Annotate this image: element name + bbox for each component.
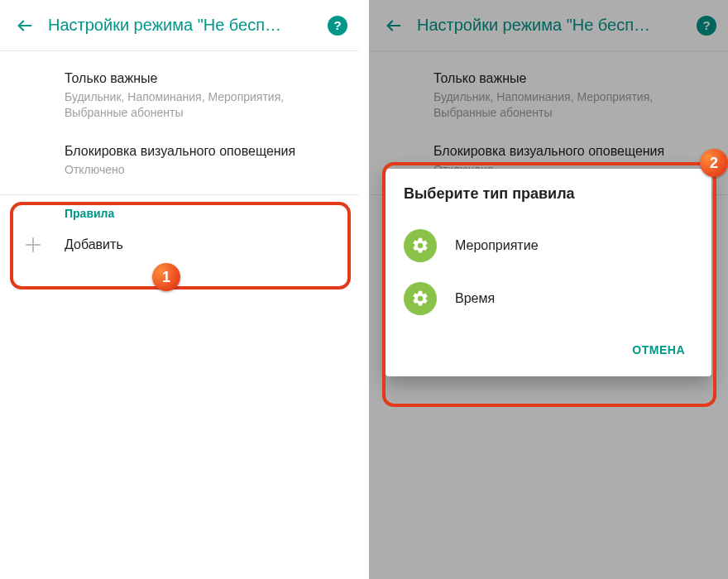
rule-type-dialog: Выберите тип правила Мероприятие Время О… — [386, 169, 711, 376]
appbar-title: Настройки режима "Не бесп… — [48, 16, 321, 35]
dialog-item-label: Время — [455, 291, 495, 306]
add-rule-label: Добавить — [65, 237, 123, 252]
dialog-actions: ОТМЕНА — [404, 325, 693, 370]
annotation-badge-1: 1 — [152, 263, 180, 291]
dialog-item-label: Мероприятие — [455, 238, 539, 253]
dialog-item-event[interactable]: Мероприятие — [404, 219, 693, 272]
row-block-visual[interactable]: Блокировка визуального оповещения Отключ… — [0, 132, 359, 189]
back-button[interactable] — [8, 9, 41, 42]
row-priority-only[interactable]: Только важные Будильник, Напоминания, Ме… — [0, 60, 359, 132]
gear-icon — [404, 229, 437, 262]
help-button[interactable]: ? — [328, 16, 347, 36]
add-rule-row[interactable]: Добавить — [0, 225, 359, 265]
section-rules-label: Правила — [0, 195, 359, 225]
gear-icon — [404, 282, 437, 315]
screen-dialog: Настройки режима "Не бесп… ? Только важн… — [369, 0, 728, 579]
row-title: Блокировка визуального оповещения — [65, 144, 342, 159]
settings-content: Только важные Будильник, Напоминания, Ме… — [0, 51, 359, 265]
dialog-title: Выберите тип правила — [404, 185, 693, 203]
plus-icon — [22, 233, 45, 256]
row-subtitle: Отключено — [65, 162, 342, 178]
cancel-button[interactable]: ОТМЕНА — [624, 337, 693, 363]
row-subtitle: Будильник, Напоминания, Мероприятия, Выб… — [65, 89, 342, 121]
row-title: Только важные — [65, 71, 342, 86]
appbar: Настройки режима "Не бесп… ? — [0, 0, 359, 51]
screen-settings: Настройки режима "Не бесп… ? Только важн… — [0, 0, 359, 579]
dialog-item-time[interactable]: Время — [404, 272, 693, 325]
arrow-left-icon — [16, 17, 34, 35]
help-icon: ? — [333, 18, 341, 32]
